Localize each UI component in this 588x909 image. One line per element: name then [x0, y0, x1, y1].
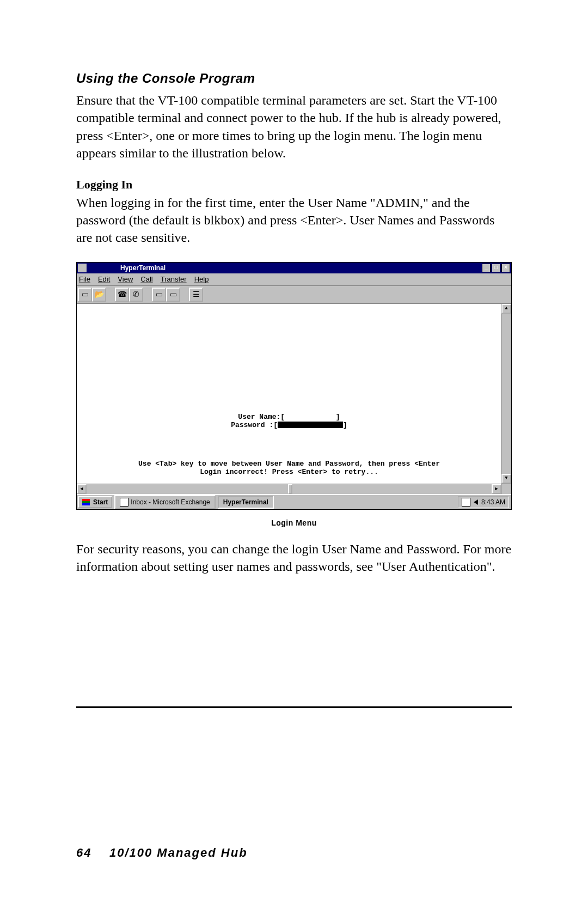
intro-paragraph: Ensure that the VT-100 compatible termin… [76, 91, 512, 162]
window-titlebar: HyperTerminal _ □ × [77, 263, 511, 273]
new-icon[interactable]: ▭ [78, 288, 92, 302]
terminal-help-text: Use <Tab> key to move between User Name … [77, 460, 501, 476]
scroll-down-icon[interactable]: ▼ [501, 474, 511, 484]
figure-caption: Login Menu [76, 518, 512, 527]
menu-transfer[interactable]: Transfer [161, 275, 187, 283]
page-number: 64 [76, 846, 91, 859]
receive-icon[interactable]: ▭ [166, 288, 180, 302]
page-footer: 64 10/100 Managed Hub [76, 846, 248, 860]
scroll-left-icon[interactable]: ◄ [77, 484, 87, 494]
send-icon[interactable]: ▭ [152, 288, 166, 302]
terminal-area[interactable]: ▲ ▼ User Name:[ ] Password :[] Use <Tab>… [77, 304, 511, 484]
task-label: Inbox - Microsoft Exchange [131, 498, 210, 506]
scroll-right-icon[interactable]: ► [492, 484, 501, 494]
menu-bar: File Edit View Call Transfer Help [77, 273, 511, 286]
scroll-up-icon[interactable]: ▲ [501, 304, 511, 314]
start-button[interactable]: Start [78, 496, 112, 508]
menu-help[interactable]: Help [194, 275, 209, 283]
connect-icon[interactable]: ☎ [115, 288, 129, 302]
password-label: Password :[ [231, 421, 278, 429]
scroll-thumb[interactable] [288, 484, 292, 494]
username-label: User Name:[ [238, 413, 285, 421]
system-tray: 8:43 AM [458, 496, 509, 508]
document-page: Using the Console Program Ensure that th… [0, 0, 588, 909]
horizontal-scrollbar[interactable]: ◄ ► [77, 484, 511, 494]
bracket: ] [336, 413, 340, 421]
bracket: ] [343, 421, 347, 429]
help-line-2: Login incorrect! Press <Enter> to retry.… [200, 468, 378, 476]
security-paragraph: For security reasons, you can change the… [76, 540, 512, 576]
volume-icon[interactable] [474, 499, 478, 505]
open-icon[interactable]: 📂 [92, 288, 106, 302]
minimize-button[interactable]: _ [482, 264, 491, 272]
menu-call[interactable]: Call [140, 275, 152, 283]
vertical-scrollbar[interactable]: ▲ ▼ [501, 304, 511, 484]
logging-in-heading: Logging In [76, 178, 512, 192]
scroll-corner [501, 484, 511, 494]
toolbar: ▭ 📂 ☎ ✆ ▭ ▭ ☰ [77, 286, 511, 304]
maximize-button[interactable]: □ [492, 264, 500, 272]
tray-icon[interactable] [462, 498, 470, 507]
window-title: HyperTerminal [77, 264, 166, 272]
clock: 8:43 AM [481, 498, 505, 506]
menu-edit[interactable]: Edit [98, 275, 110, 283]
footer-title: 10/100 Managed Hub [109, 846, 248, 859]
windows-logo-icon [82, 499, 90, 505]
inbox-icon [120, 498, 128, 507]
app-icon [78, 264, 87, 272]
properties-icon[interactable]: ☰ [189, 288, 203, 302]
taskbar-task-inbox[interactable]: Inbox - Microsoft Exchange [114, 495, 215, 509]
password-cursor-block [278, 422, 343, 428]
footer-rule [76, 706, 512, 708]
logging-in-paragraph: When logging in for the first time, ente… [76, 194, 512, 247]
start-label: Start [93, 498, 108, 506]
menu-file[interactable]: File [79, 275, 90, 283]
terminal-login-prompt: User Name:[ ] Password :[] [77, 413, 501, 429]
section-heading: Using the Console Program [76, 71, 512, 86]
disconnect-icon[interactable]: ✆ [129, 288, 143, 302]
task-label: HyperTerminal [223, 498, 268, 506]
login-menu-screenshot: HyperTerminal _ □ × File Edit View Call … [76, 262, 512, 510]
menu-view[interactable]: View [118, 275, 133, 283]
help-line-1: Use <Tab> key to move between User Name … [138, 460, 440, 468]
close-button[interactable]: × [501, 264, 510, 272]
taskbar-task-hyperterminal[interactable]: HyperTerminal [218, 496, 274, 509]
taskbar: Start Inbox - Microsoft Exchange HyperTe… [77, 494, 511, 509]
